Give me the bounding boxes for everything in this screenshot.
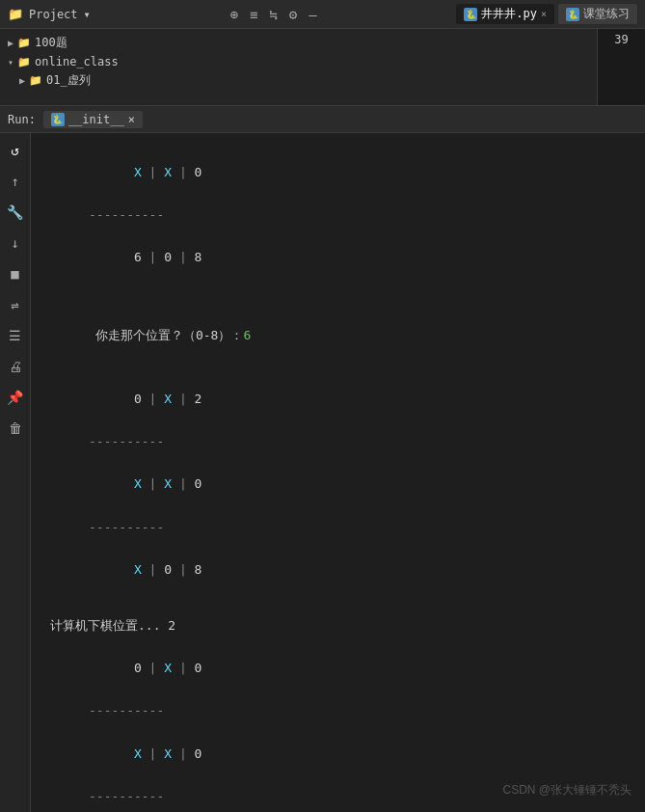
sidebar-icon-delete[interactable]: 🗑	[4, 417, 27, 440]
board-line-2-3: X | 0 | 8	[50, 538, 630, 602]
sep-2-1: ----------	[50, 431, 630, 452]
terminal-output: X | X | 0 ---------- 6 | 0 | 8 你走那个位置？（0…	[31, 133, 645, 812]
board-line-3-1: 0 | X | 0	[50, 636, 630, 700]
sidebar-icon-wrench[interactable]: 🔧	[4, 201, 27, 224]
sidebar-icon-list[interactable]: ☰	[4, 324, 27, 347]
run-tab-label: __init__	[68, 113, 124, 126]
tree-label-online-class: online_class	[35, 55, 119, 68]
top-bar: 📁 Project ▾ ⊕ ≡ ≒ ⚙ — 🐍 井井井.py × 🐍 课堂练习	[0, 0, 645, 29]
sep-1-1: ----------	[50, 204, 630, 226]
board-line-3-2: X | X | 0	[50, 721, 630, 785]
project-folder-icon: 📁	[8, 7, 23, 21]
sep-3-1: ----------	[50, 700, 630, 721]
board-line-2-2: X | X | 0	[50, 452, 630, 516]
sidebar-icon-up[interactable]: ↑	[4, 170, 27, 193]
project-panel: ▶ 📁 100题 ▾ 📁 online_class ▶ 📁 01_虚列 39	[0, 29, 645, 106]
folder-icon-01: 📁	[29, 74, 42, 87]
icon-align2[interactable]: ≒	[269, 7, 277, 22]
arrow-online-class: ▾	[8, 57, 13, 68]
board-line-3-3: X | 0 | 8	[50, 807, 630, 812]
board-block-1: X | X | 0 ---------- 6 | 0 | 8	[50, 141, 630, 290]
left-sidebar: ↺ ↑ 🔧 ↓ ■ ⇌ ☰ 🖨 📌 🗑	[0, 133, 31, 812]
tab1-label: 井井井.py	[481, 6, 537, 22]
top-bar-left: 📁 Project ▾	[8, 7, 91, 21]
input-count: 39	[614, 33, 628, 46]
board-line-1-2: 6 | 0 | 8	[50, 226, 630, 289]
prompt-line-1: 你走那个位置？（0-8）：6	[50, 304, 630, 367]
top-bar-right: 🐍 井井井.py × 🐍 课堂练习	[456, 4, 637, 24]
sidebar-icon-down[interactable]: ↓	[4, 231, 27, 255]
board-block-2: 你走那个位置？（0-8）：6 0 | X | 2 ---------- X | …	[50, 304, 630, 602]
input-count-box: 39	[597, 29, 645, 105]
board-line-2-1: 0 | X | 2	[50, 367, 630, 431]
sidebar-icon-stop[interactable]: ■	[4, 262, 27, 285]
tab-class-exercise[interactable]: 🐍 课堂练习	[558, 4, 637, 24]
top-bar-center: ⊕ ≡ ≒ ⚙ —	[229, 7, 316, 22]
prompt-text-1: 你走那个位置？（0-8）：	[95, 328, 243, 342]
project-tree: ▶ 📁 100题 ▾ 📁 online_class ▶ 📁 01_虚列	[0, 29, 597, 105]
python-icon-1: 🐍	[464, 8, 477, 21]
tab1-close[interactable]: ×	[541, 9, 547, 19]
folder-icon-100: 📁	[17, 37, 31, 49]
sidebar-icon-rerun[interactable]: ⇌	[4, 293, 27, 316]
sidebar-icon-reload[interactable]: ↺	[4, 139, 27, 162]
sep-2-2: ----------	[50, 517, 630, 538]
run-label: Run:	[8, 113, 36, 126]
icon-minimize[interactable]: —	[309, 7, 316, 22]
icon-crosshair[interactable]: ⊕	[229, 7, 237, 22]
sidebar-icon-pin[interactable]: 📌	[4, 386, 27, 409]
python-icon-run: 🐍	[51, 113, 65, 126]
python-icon-2: 🐍	[566, 8, 579, 21]
watermark: CSDN @张大锤锤不秃头	[502, 782, 632, 798]
board-line-1-1: X | X | 0	[50, 141, 630, 204]
run-tab-init[interactable]: 🐍 __init__ ×	[43, 111, 143, 128]
tree-label-100: 100题	[35, 35, 67, 51]
run-bar: Run: 🐍 __init__ ×	[0, 106, 645, 133]
arrow-100: ▶	[8, 38, 13, 48]
computer-line: 计算机下棋位置... 2	[50, 615, 630, 636]
run-tab-close[interactable]: ×	[128, 113, 135, 126]
icon-align[interactable]: ≡	[250, 7, 257, 22]
folder-icon-online-class: 📁	[17, 56, 31, 68]
prompt-input-1: 6	[243, 328, 251, 342]
arrow-01: ▶	[19, 75, 25, 86]
sidebar-icon-print[interactable]: 🖨	[4, 355, 27, 378]
tree-item-100[interactable]: ▶ 📁 100题	[0, 33, 597, 53]
project-dropdown-arrow[interactable]: ▾	[84, 8, 91, 21]
tab2-label: 课堂练习	[583, 6, 630, 22]
project-label[interactable]: Project	[29, 8, 78, 21]
tree-item-01[interactable]: ▶ 📁 01_虚列	[0, 70, 597, 91]
tree-label-01: 01_虚列	[46, 72, 91, 89]
icon-settings[interactable]: ⚙	[289, 7, 297, 22]
tab-jjj-py[interactable]: 🐍 井井井.py ×	[456, 4, 554, 24]
tree-item-online-class[interactable]: ▾ 📁 online_class	[0, 53, 597, 70]
